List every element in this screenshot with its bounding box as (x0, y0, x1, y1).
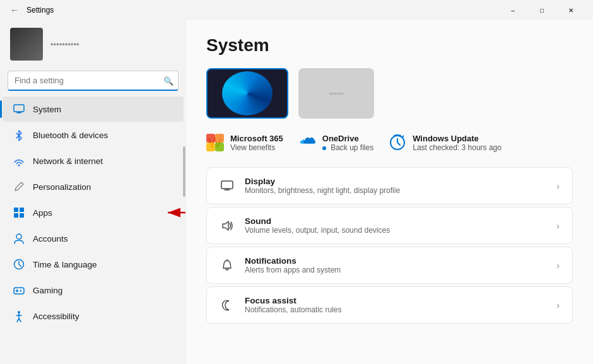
bell-icon (220, 258, 235, 273)
windows-update-icon (389, 134, 406, 151)
brush-icon (13, 180, 25, 193)
winupdate-subtitle: Last checked: 3 hours ago (413, 143, 502, 152)
sound-title: Sound (245, 216, 546, 226)
sidebar-item-accessibility[interactable]: Accessibility (3, 303, 184, 329)
sound-desc: Volume levels, output, input, sound devi… (245, 226, 546, 235)
onedrive-subtitle: Back up files (322, 143, 373, 152)
svg-line-20 (17, 319, 19, 322)
account-preview: •••••• (298, 68, 374, 119)
notifications-title: Notifications (245, 256, 546, 266)
svg-point-3 (18, 165, 20, 167)
ms365-icon: W (206, 134, 224, 151)
account-preview-text: •••••• (329, 90, 343, 97)
search-icon: 🔍 (163, 76, 173, 86)
sound-chevron: › (556, 221, 560, 231)
focus-title: Focus assist (245, 296, 546, 305)
svg-rect-25 (215, 134, 224, 143)
search-box[interactable]: 🔍 (8, 71, 179, 91)
svg-rect-24 (206, 134, 215, 143)
sidebar-item-bluetooth-label: Bluetooth & devices (33, 131, 108, 140)
sidebar-item-accounts[interactable]: Accounts (3, 226, 184, 251)
svg-rect-4 (14, 208, 18, 212)
sidebar-item-gaming-label: Gaming (33, 286, 62, 295)
accessibility-icon (13, 310, 25, 322)
avatar (10, 28, 43, 61)
sidebar: •••••••••• 🔍 System (0, 20, 186, 364)
onedrive-dot (322, 146, 326, 150)
sidebar-item-accounts-label: Accounts (33, 234, 68, 244)
svg-rect-6 (14, 213, 18, 218)
info-cards: W Microsoft 365 View benefits (206, 134, 573, 152)
svg-rect-2 (14, 112, 24, 112)
svg-rect-27 (215, 143, 224, 151)
maximize-button[interactable]: □ (527, 0, 556, 20)
onedrive-icon (298, 134, 316, 148)
sound-icon (220, 218, 235, 233)
svg-rect-29 (221, 181, 233, 189)
sidebar-item-network-label: Network & internet (33, 156, 103, 166)
display-chevron: › (556, 181, 560, 191)
profile-name: •••••••••• (50, 40, 79, 49)
svg-point-17 (18, 311, 20, 314)
title-bar: ← Settings – □ ✕ (0, 0, 593, 20)
sidebar-scrollbar[interactable] (182, 134, 186, 364)
accounts-icon (13, 232, 25, 245)
minimize-button[interactable]: – (498, 0, 527, 20)
sidebar-item-time-label: Time & language (33, 260, 97, 269)
svg-point-16 (20, 291, 21, 292)
svg-point-10 (16, 234, 21, 239)
sidebar-item-accessibility-label: Accessibility (33, 312, 79, 321)
wallpaper-preview (206, 68, 288, 119)
close-button[interactable]: ✕ (556, 0, 585, 20)
info-card-ms365[interactable]: W Microsoft 365 View benefits (206, 134, 283, 152)
svg-rect-5 (20, 208, 24, 212)
gaming-icon (13, 284, 25, 296)
search-input[interactable] (8, 71, 179, 91)
settings-item-notifications[interactable]: Notifications Alerts from apps and syste… (206, 247, 573, 284)
info-card-onedrive[interactable]: OneDrive Back up files (298, 134, 373, 152)
time-icon (13, 258, 25, 271)
app-content: •••••••••• 🔍 System (0, 20, 593, 364)
sidebar-profile: •••••••••• (0, 20, 186, 71)
network-icon (13, 155, 25, 167)
settings-item-focus[interactable]: Focus assist Notifications, automatic ru… (206, 286, 573, 324)
sidebar-item-time[interactable]: Time & language (3, 252, 184, 277)
sidebar-item-system-label: System (33, 105, 61, 114)
sidebar-scrollbar-thumb (183, 146, 185, 197)
display-title: Display (245, 177, 546, 186)
settings-list: Display Monitors, brightness, night ligh… (206, 167, 573, 324)
main-content: System •••••• W (186, 20, 593, 364)
nav-list: System Bluetooth & devices (0, 96, 186, 359)
sidebar-item-apps[interactable]: Apps (3, 200, 184, 225)
red-arrow-annotation (149, 205, 186, 220)
title-bar-controls: – □ ✕ (498, 0, 585, 20)
title-bar-left: ← Settings (8, 3, 54, 18)
sidebar-item-personalization[interactable]: Personalization (3, 174, 184, 199)
apps-icon (13, 206, 25, 219)
svg-line-21 (19, 319, 21, 322)
sidebar-item-network[interactable]: Network & internet (3, 148, 184, 173)
display-icon (220, 179, 235, 194)
svg-marker-32 (223, 221, 228, 230)
svg-rect-7 (20, 213, 24, 218)
focus-desc: Notifications, automatic rules (245, 305, 546, 314)
sidebar-item-apps-label: Apps (33, 208, 52, 218)
sidebar-item-personalization-label: Personalization (33, 182, 91, 192)
svg-point-15 (20, 290, 21, 291)
ms365-title: Microsoft 365 (230, 134, 283, 143)
display-desc: Monitors, brightness, night light, displ… (245, 186, 546, 195)
onedrive-title: OneDrive (322, 134, 373, 143)
info-card-winupdate[interactable]: Windows Update Last checked: 3 hours ago (389, 134, 502, 152)
sidebar-item-gaming[interactable]: Gaming (3, 278, 184, 303)
winupdate-title: Windows Update (413, 134, 502, 143)
svg-rect-26 (206, 143, 215, 151)
settings-item-display[interactable]: Display Monitors, brightness, night ligh… (206, 167, 573, 204)
back-button[interactable]: ← (8, 3, 21, 18)
settings-item-sound[interactable]: Sound Volume levels, output, input, soun… (206, 207, 573, 244)
sidebar-item-system[interactable]: System (3, 97, 184, 122)
system-icon (13, 103, 25, 115)
focus-chevron: › (556, 300, 560, 310)
title-bar-title: Settings (26, 6, 54, 15)
sidebar-item-bluetooth[interactable]: Bluetooth & devices (3, 122, 184, 148)
ms365-subtitle: View benefits (230, 143, 283, 152)
